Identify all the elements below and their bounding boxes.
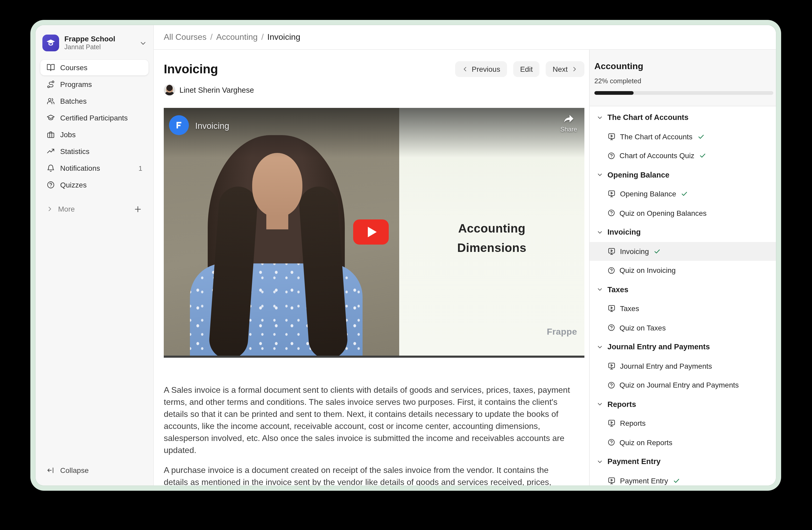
share-icon bbox=[563, 114, 575, 124]
outline-lesson[interactable]: Opening Balance bbox=[590, 184, 776, 204]
progress-label: 22% completed bbox=[594, 77, 773, 85]
lesson-body-text: A Sales invoice is a formal document sen… bbox=[164, 384, 574, 486]
author-row: Linet Sherin Varghese bbox=[164, 84, 584, 96]
completed-check-icon bbox=[697, 133, 705, 140]
sidebar-item-programs[interactable]: Programs bbox=[40, 76, 149, 92]
share-button[interactable]: Share bbox=[560, 114, 577, 133]
add-button[interactable] bbox=[133, 205, 142, 213]
video-lesson-icon bbox=[607, 419, 616, 428]
lesson-content: Invoicing Previous Edit Nex bbox=[154, 50, 589, 486]
outline-lesson[interactable]: Reports bbox=[590, 414, 776, 433]
help-circle-icon bbox=[46, 181, 55, 189]
page-title: Invoicing bbox=[164, 62, 218, 76]
outline-chapter[interactable]: Payment Entry bbox=[590, 452, 776, 471]
sidebar-item-label: Statistics bbox=[60, 147, 89, 155]
app-window: Frappe School Jannat Patel Courses Progr… bbox=[30, 20, 781, 491]
edit-button[interactable]: Edit bbox=[513, 61, 539, 77]
lesson-title: Reports bbox=[620, 419, 646, 428]
quiz-icon bbox=[607, 267, 615, 275]
collapse-label: Collapse bbox=[60, 466, 89, 474]
outline-chapter[interactable]: The Chart of Accounts bbox=[590, 108, 776, 127]
lesson-title: Quiz on Reports bbox=[620, 438, 672, 447]
sidebar-item-label: Batches bbox=[60, 97, 87, 105]
workspace-switcher[interactable]: Frappe School Jannat Patel bbox=[40, 33, 149, 52]
sidebar-item-label: Certified Participants bbox=[60, 114, 128, 122]
sidebar-item-label: Programs bbox=[60, 80, 92, 88]
chevron-right-icon bbox=[571, 66, 578, 72]
sidebar-item-jobs[interactable]: Jobs bbox=[40, 127, 149, 142]
outline-chapter[interactable]: Reports bbox=[590, 395, 776, 414]
outline-chapter[interactable]: Invoicing bbox=[590, 223, 776, 242]
play-icon bbox=[367, 227, 376, 237]
chapter-title: Taxes bbox=[607, 285, 628, 294]
outline-lesson-active[interactable]: Invoicing bbox=[590, 242, 776, 261]
lesson-title: The Chart of Accounts bbox=[620, 132, 693, 141]
chevron-down-icon bbox=[140, 40, 146, 46]
video-top-overlay: Invoicing Share bbox=[164, 108, 584, 144]
completed-check-icon bbox=[681, 190, 688, 198]
sidebar-spacer bbox=[40, 217, 149, 462]
trending-up-icon bbox=[46, 147, 55, 155]
video-lesson-icon bbox=[607, 305, 616, 313]
breadcrumb-accounting[interactable]: Accounting bbox=[216, 32, 258, 41]
lesson-title: Quiz on Invoicing bbox=[620, 266, 676, 275]
completed-check-icon bbox=[699, 152, 706, 159]
chevron-down-icon bbox=[597, 402, 603, 407]
previous-button[interactable]: Previous bbox=[455, 61, 507, 77]
chapter-title: Journal Entry and Payments bbox=[607, 343, 710, 351]
outline-lesson[interactable]: Quiz on Journal Entry and Payments bbox=[590, 376, 776, 395]
video-progress-bar[interactable] bbox=[164, 355, 584, 358]
chevron-down-icon bbox=[597, 172, 603, 178]
sidebar-item-courses[interactable]: Courses bbox=[40, 60, 149, 75]
sidebar-item-quizzes[interactable]: Quizzes bbox=[40, 177, 149, 193]
play-button[interactable] bbox=[353, 220, 389, 245]
sidebar-more[interactable]: More bbox=[40, 201, 149, 217]
outline-lesson[interactable]: Chart of Accounts Quiz bbox=[590, 146, 776, 165]
sidebar-item-statistics[interactable]: Statistics bbox=[40, 143, 149, 159]
video-overlay-title[interactable]: Invoicing bbox=[195, 121, 229, 131]
video-lesson-icon bbox=[607, 477, 616, 485]
sidebar-item-notifications[interactable]: Notifications 1 bbox=[40, 160, 149, 176]
outline-lesson[interactable]: Quiz on Invoicing bbox=[590, 261, 776, 280]
video-lesson-icon bbox=[607, 132, 616, 141]
video-lesson-icon bbox=[607, 362, 616, 370]
outline-lesson[interactable]: The Chart of Accounts bbox=[590, 127, 776, 146]
chevron-right-icon bbox=[46, 206, 53, 212]
channel-avatar-icon[interactable] bbox=[169, 115, 189, 135]
outline-chapter[interactable]: Opening Balance bbox=[590, 165, 776, 184]
sidebar-item-batches[interactable]: Batches bbox=[40, 93, 149, 109]
sidebar-item-certified-participants[interactable]: Certified Participants bbox=[40, 110, 149, 126]
bell-icon bbox=[46, 164, 55, 172]
lesson-title: Invoicing bbox=[620, 247, 649, 255]
outline-chapter[interactable]: Journal Entry and Payments bbox=[590, 337, 776, 357]
chevron-left-icon bbox=[462, 66, 468, 72]
sidebar-item-label: Courses bbox=[60, 64, 87, 72]
outline-lesson[interactable]: Quiz on Opening Balances bbox=[590, 204, 776, 223]
chevron-down-icon bbox=[597, 287, 603, 293]
lesson-title: Quiz on Taxes bbox=[620, 324, 666, 332]
breadcrumb-all-courses[interactable]: All Courses bbox=[164, 32, 207, 41]
workspace-user: Jannat Patel bbox=[64, 44, 115, 51]
completed-check-icon bbox=[654, 248, 661, 255]
more-label: More bbox=[58, 205, 75, 213]
sidebar: Frappe School Jannat Patel Courses Progr… bbox=[35, 25, 154, 486]
author-name: Linet Sherin Varghese bbox=[179, 86, 254, 94]
outline-chapter[interactable]: Taxes bbox=[590, 280, 776, 299]
outline-lesson[interactable]: Payment Entry bbox=[590, 471, 776, 486]
chevron-down-icon bbox=[597, 344, 603, 350]
next-button[interactable]: Next bbox=[546, 61, 584, 77]
presenter-face bbox=[252, 153, 302, 217]
breadcrumb: All Courses/Accounting/Invoicing bbox=[164, 32, 300, 42]
collapse-sidebar-button[interactable]: Collapse bbox=[40, 462, 149, 478]
chapter-title: Opening Balance bbox=[607, 171, 669, 179]
outline-header: Accounting 22% completed bbox=[590, 50, 776, 106]
video-player[interactable]: Accounting Dimensions Frappe Invoic bbox=[164, 108, 584, 358]
outline-lesson[interactable]: Taxes bbox=[590, 299, 776, 318]
outline-lesson[interactable]: Quiz on Taxes bbox=[590, 318, 776, 337]
outline-lesson[interactable]: Quiz on Reports bbox=[590, 433, 776, 452]
collapse-icon bbox=[46, 466, 55, 474]
lesson-title: Taxes bbox=[620, 305, 639, 313]
workspace-title: Frappe School bbox=[64, 35, 115, 43]
outline-lesson[interactable]: Journal Entry and Payments bbox=[590, 357, 776, 376]
app-panel: Frappe School Jannat Patel Courses Progr… bbox=[35, 25, 776, 486]
